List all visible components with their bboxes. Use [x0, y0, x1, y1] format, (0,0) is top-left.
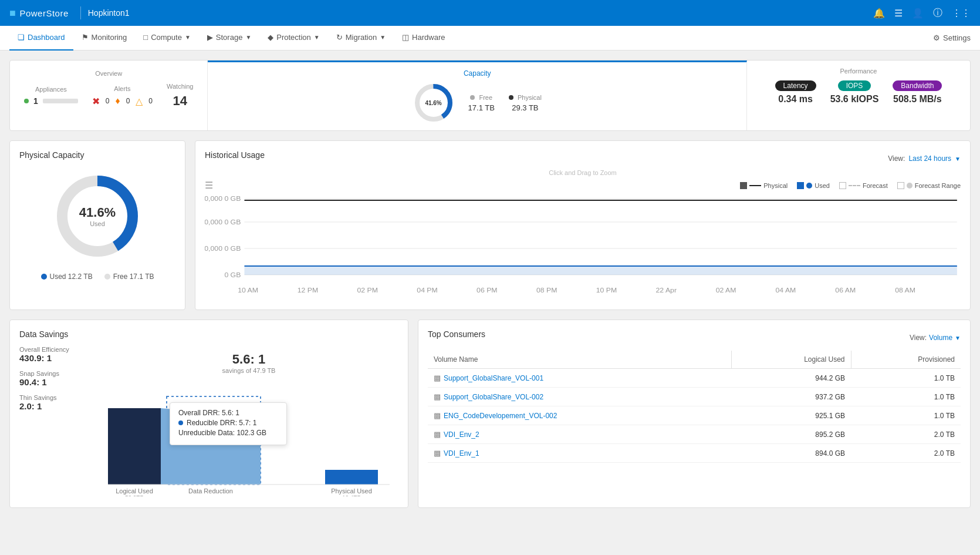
tooltip-overall-text: Overall DRR: 5.6: 1 [178, 409, 239, 417]
hardware-icon: ◫ [402, 33, 409, 42]
legend-physical: Physical [740, 182, 788, 189]
appliance-status-dot [24, 99, 29, 103]
capacity-section: Capacity 41.6% Free [208, 60, 747, 130]
volume-link[interactable]: ▩ VDI_Env_2 [434, 430, 726, 439]
alert-orange-count: 0 [126, 97, 130, 105]
capacity-stats: Free 17.1 TB Physical 29.3 TB [468, 94, 542, 112]
free-label: Free [468, 94, 495, 101]
charts-row: Physical Capacity 41.6% Used Used 12. [9, 140, 971, 310]
top-consumers-card: Top Consumers View: Volume ▼ Volume Name… [418, 319, 971, 508]
consumers-view-val: Volume [929, 334, 952, 342]
ratio-sub: savings of 47.9 TB [99, 367, 398, 374]
overall-efficiency-val: 430.9: 1 [19, 353, 90, 363]
consumers-view-control[interactable]: View: Volume ▼ [910, 334, 961, 342]
thin-savings-label: Thin Savings [19, 394, 90, 401]
capacity-title: Capacity [464, 69, 491, 78]
svg-text:10 PM: 10 PM [596, 287, 617, 294]
user-icon[interactable]: 👤 [912, 8, 924, 19]
svg-text:58.3TB: 58.3TB [125, 495, 144, 496]
nav-dashboard[interactable]: ❏ Dashboard [9, 26, 73, 51]
free-val: 17.1 TB [468, 103, 495, 112]
migration-icon: ↻ [336, 33, 343, 42]
nav-hardware[interactable]: ◫ Hardware [394, 26, 453, 51]
consumers-view-label: View: [910, 334, 927, 342]
table-row: ▩ VDI_Env_1 894.0 GB 2.0 TB [428, 444, 961, 463]
nav-protection[interactable]: ◆ Protection ▼ [259, 26, 327, 51]
settings-icon: ⚙ [933, 33, 940, 42]
view-label: View: [888, 154, 905, 163]
view-val: Last 24 hours [908, 154, 951, 163]
nav-migration-label: Migration [346, 33, 377, 42]
nav-compute-label: Compute [151, 33, 182, 42]
svg-marker-12 [244, 266, 957, 275]
snap-savings-val: 90.4: 1 [19, 377, 90, 387]
settings-button[interactable]: ⚙ Settings [933, 33, 971, 42]
volume-link[interactable]: ▩ Support_GlobalShare_VOL-001 [434, 374, 726, 382]
latency-badge: Latency 0.34 ms [775, 80, 816, 105]
ratio-val: 5.6: 1 [99, 352, 398, 367]
nav-migration[interactable]: ↻ Migration ▼ [328, 26, 394, 51]
svg-text:04 AM: 04 AM [776, 287, 796, 294]
nav-compute[interactable]: □ Compute ▼ [135, 26, 199, 51]
hamburger-icon[interactable]: ☰ [205, 180, 213, 191]
nav-monitoring[interactable]: ⚑ Monitoring [73, 26, 136, 51]
nav-storage-label: Storage [216, 33, 243, 42]
savings-chart-wrapper: 5.6: 1 savings of 47.9 TB [99, 346, 398, 498]
storage-icon: ▶ [207, 33, 213, 42]
nav-dashboard-label: Dashboard [28, 33, 65, 42]
performance-title: Performance [761, 68, 956, 75]
legend-forecast-range: Forecast Range [897, 182, 961, 189]
latency-val: 0.34 ms [778, 94, 813, 105]
help-icon[interactable]: ⓘ [933, 7, 942, 19]
svg-text:0 GB: 0 GB [224, 272, 241, 278]
free-label-text: Free [479, 94, 492, 101]
list-icon[interactable]: ☰ [894, 8, 903, 19]
snap-savings-label: Snap Savings [19, 370, 90, 377]
apps-icon[interactable]: ⋮⋮ [952, 8, 971, 19]
physical-capacity-card: Physical Capacity 41.6% Used Used 12. [9, 140, 185, 310]
legend-range-dot [907, 183, 913, 189]
volume-link[interactable]: ▩ ENG_CodeDevelopement_VOL-002 [434, 411, 726, 420]
tooltip-unreducible: Unreducible Data: 102.3 GB [178, 429, 278, 437]
tooltip-reducible-text: Reducible DRR: 5.7: 1 [187, 419, 256, 427]
legend-range-check [897, 182, 904, 189]
bandwidth-badge: Bandwidth 508.5 MB/s [893, 80, 942, 105]
watching-label: Watching [167, 83, 193, 90]
data-savings-title: Data Savings [19, 329, 398, 339]
appliances-count: 1 [33, 96, 38, 106]
col-provisioned: Provisioned [851, 351, 961, 369]
large-donut-container: 41.6% Used [19, 169, 175, 263]
table-row: ▩ VDI_Env_2 895.2 GB 2.0 TB [428, 425, 961, 444]
protection-dropdown-icon: ▼ [314, 34, 320, 41]
logical-used-cell: 944.2 GB [732, 369, 851, 388]
svg-text:12 PM: 12 PM [298, 287, 318, 294]
volume-icon: ▩ [434, 449, 441, 458]
legend-used-dot [806, 183, 812, 189]
cap-physical: Physical 29.3 TB [509, 94, 542, 112]
donut-legend: Used 12.2 TB Free 17.1 TB [19, 273, 175, 281]
volume-link[interactable]: ▩ VDI_Env_1 [434, 449, 726, 458]
provisioned-cell: 1.0 TB [851, 388, 961, 406]
legend-used-dot [41, 274, 47, 280]
tooltip-reducible: Reducible DRR: 5.7: 1 [178, 419, 278, 427]
migration-dropdown-icon: ▼ [380, 34, 386, 41]
bottom-row: Data Savings Overall Efficiency 430.9: 1… [9, 319, 971, 508]
view-control[interactable]: View: Last 24 hours ▼ [888, 154, 961, 163]
appliance-name: Hopkinton1 [88, 8, 130, 18]
bandwidth-val: 508.5 MB/s [893, 94, 942, 105]
nav-storage[interactable]: ▶ Storage ▼ [199, 26, 259, 51]
svg-text:04 PM: 04 PM [417, 287, 437, 294]
alert-red-icon: ✖ [92, 96, 100, 107]
provisioned-cell: 1.0 TB [851, 369, 961, 388]
legend-forecast: Forecast [839, 182, 888, 189]
savings-stats: Overall Efficiency 430.9: 1 Snap Savings… [19, 346, 90, 411]
volume-link[interactable]: ▩ Support_GlobalShare_VOL-002 [434, 392, 726, 401]
compute-icon: □ [143, 33, 148, 42]
notification-icon[interactable]: 🔔 [873, 8, 885, 19]
capacity-content: 41.6% Free 17.1 TB Physical [413, 82, 542, 123]
overview-title: Overview [95, 70, 122, 77]
physical-val: 29.3 TB [509, 103, 542, 112]
iops-badge: IOPS 53.6 kIOPS [830, 80, 879, 105]
svg-text:08 PM: 08 PM [536, 287, 557, 294]
legend-forecast-label: Forecast [863, 182, 888, 189]
